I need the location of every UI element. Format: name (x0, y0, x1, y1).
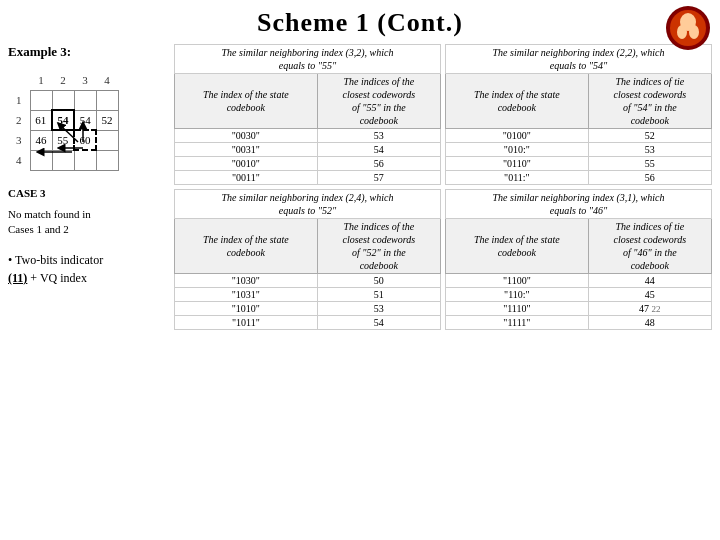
left-panel: Example 3: 1 2 3 4 1 (8, 44, 168, 330)
table-3-row4-col2: 54 (317, 316, 440, 330)
grid-corner (8, 70, 30, 90)
quad-table-4: The similar neighboring index (3,1), whi… (445, 189, 712, 330)
grid-cell-2-2: 54 (52, 110, 74, 130)
table-4-row1-col1: "1100" (446, 274, 589, 288)
grid-cell-4-4 (96, 150, 118, 170)
table-2-container: The similar neighboring index (2,2), whi… (445, 44, 712, 185)
table-2-row2-col2: 53 (588, 143, 711, 157)
quad-table-3: The similar neighboring index (2,4), whi… (174, 189, 441, 330)
grid-wrapper: 1 2 3 4 1 2 61 54 (8, 70, 168, 175)
table-1-row3-col1: "0010" (175, 157, 318, 171)
table-4-row2-col2: 45 (588, 288, 711, 302)
extra-22: 22 (652, 304, 661, 314)
grid-row-4: 4 (8, 150, 30, 170)
table-2-row1-col2: 52 (588, 129, 711, 143)
table-2-row1-col1: "0100" (446, 129, 589, 143)
table-2-title: The similar neighboring index (2,2), whi… (446, 45, 712, 74)
grid-col-1: 1 (30, 70, 52, 90)
table-3-row4-col1: "1011" (175, 316, 318, 330)
table-2-row3-col2: 55 (588, 157, 711, 171)
table-4-row1-col2: 44 (588, 274, 711, 288)
table-2-col2-header: The indices of tieclosest codewordsof "5… (588, 74, 711, 129)
grid-row-3: 3 (8, 130, 30, 150)
table-4-row2-col1: "110:" (446, 288, 589, 302)
table-1-row1-col1: "0030" (175, 129, 318, 143)
table-4-container: The similar neighboring index (3,1), whi… (445, 189, 712, 330)
table-1-row3-col2: 56 (317, 157, 440, 171)
grid-cell-3-1: 46 (30, 130, 52, 150)
grid-cell-2-4: 52 (96, 110, 118, 130)
table-3-row2-col2: 51 (317, 288, 440, 302)
grid-cell-3-3: 60 (74, 130, 96, 150)
table-3-row3-col2: 53 (317, 302, 440, 316)
table-2-row4-col2: 56 (588, 171, 711, 185)
table-3-row2-col1: "1031" (175, 288, 318, 302)
table-4-row4-col1: "1111" (446, 316, 589, 330)
grid-table: 1 2 3 4 1 2 61 54 (8, 70, 119, 171)
table-1-col2-header: The indices of theclosest codewordsof "5… (317, 74, 440, 129)
table-3-title: The similar neighboring index (2,4), whi… (175, 190, 441, 219)
grid-cell-4-3 (74, 150, 96, 170)
grid-col-4: 4 (96, 70, 118, 90)
table-3-row1-col1: "1030" (175, 274, 318, 288)
table-4-row3-col1: "1110" (446, 302, 589, 316)
table-1-row4-col1: "0011" (175, 171, 318, 185)
grid-cell-1-4 (96, 90, 118, 110)
grid-cell-1-1 (30, 90, 52, 110)
table-2-col1-header: The index of the statecodebook (446, 74, 589, 129)
case-desc: No match found inCases 1 and 2 (8, 207, 168, 238)
table-1-col1-header: The index of the statecodebook (175, 74, 318, 129)
table-2-row2-col1: "010:" (446, 143, 589, 157)
table-4-row4-col2: 48 (588, 316, 711, 330)
grid-cell-2-3: 54 (74, 110, 96, 130)
grid-col-3: 3 (74, 70, 96, 90)
grid-row-2: 2 (8, 110, 30, 130)
two-bits-text: Two-bits indicator(11) + VQ index (8, 253, 103, 285)
table-4-row3-col2: 47 22 (588, 302, 711, 316)
table-1-container: The similar neighboring index (3,2), whi… (174, 44, 441, 185)
page: Scheme 1 (Cont.) Example 3: 1 2 3 4 1 (0, 0, 720, 540)
grid-cell-1-2 (52, 90, 74, 110)
quad-table-1: The similar neighboring index (3,2), whi… (174, 44, 441, 185)
table-3-col1-header: The index of the statecodebook (175, 219, 318, 274)
logo (666, 6, 710, 50)
grid-cell-2-1: 61 (30, 110, 52, 130)
table-1-title: The similar neighboring index (3,2), whi… (175, 45, 441, 74)
case-label: CASE 3 (8, 187, 168, 199)
table-4-col1-header: The index of the statecodebook (446, 219, 589, 274)
table-1-row1-col2: 53 (317, 129, 440, 143)
two-bits-indicator: • Two-bits indicator(11) + VQ index (8, 251, 168, 287)
table-4-title: The similar neighboring index (3,1), whi… (446, 190, 712, 219)
grid-cell-1-3 (74, 90, 96, 110)
example-label: Example 3: (8, 44, 168, 60)
grid-cell-3-4 (96, 130, 118, 150)
svg-point-3 (689, 25, 699, 39)
table-1-row4-col2: 57 (317, 171, 440, 185)
grid-cell-4-2 (52, 150, 74, 170)
table-1-row2-col1: "0031" (175, 143, 318, 157)
grid-row-1: 1 (8, 90, 30, 110)
table-3-row3-col1: "1010" (175, 302, 318, 316)
grid-col-2: 2 (52, 70, 74, 90)
right-panel: The similar neighboring index (3,2), whi… (174, 44, 712, 330)
table-3-row1-col2: 50 (317, 274, 440, 288)
page-title: Scheme 1 (Cont.) (0, 0, 720, 42)
table-1-row2-col2: 54 (317, 143, 440, 157)
table-4-col2-header: The indices of tieclosest codewordsof "4… (588, 219, 711, 274)
quad-table-2: The similar neighboring index (2,2), whi… (445, 44, 712, 185)
svg-point-2 (677, 25, 687, 39)
grid-cell-3-2: 55 (52, 130, 74, 150)
grid-cell-4-1 (30, 150, 52, 170)
table-2-row3-col1: "0110" (446, 157, 589, 171)
table-3-col2-header: The indices of theclosest codewordsof "5… (317, 219, 440, 274)
table-3-container: The similar neighboring index (2,4), whi… (174, 189, 441, 330)
content-area: Example 3: 1 2 3 4 1 (0, 42, 720, 332)
table-2-row4-col1: "011:" (446, 171, 589, 185)
